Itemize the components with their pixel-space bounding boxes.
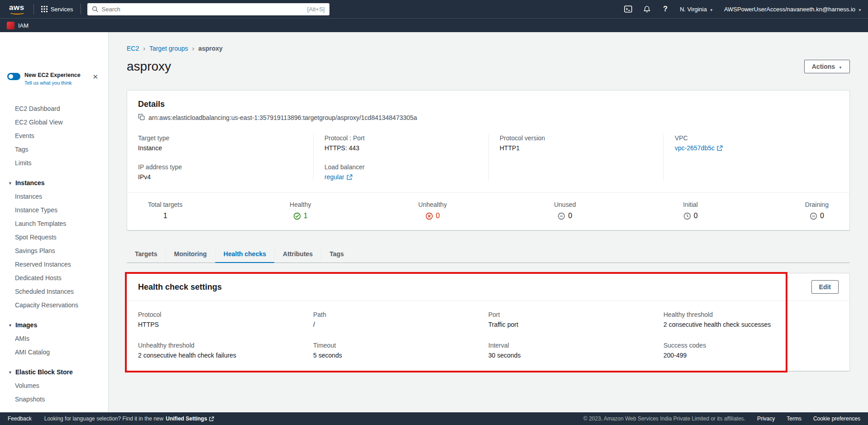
- new-experience-title: New EC2 Experience: [24, 72, 81, 78]
- terms-link[interactable]: Terms: [787, 415, 801, 422]
- tab[interactable]: Health checks: [215, 246, 274, 263]
- sidebar-item-label: Tags: [15, 146, 29, 153]
- stat-label: Total targets: [148, 201, 182, 208]
- tab[interactable]: Tags: [321, 246, 352, 263]
- new-experience-toggle[interactable]: [7, 73, 20, 80]
- sidebar-item[interactable]: Savings Plans: [0, 244, 108, 258]
- sidebar-item[interactable]: Capacity Reservations: [0, 298, 108, 312]
- sidebar-item[interactable]: AMI Catalog: [0, 345, 108, 359]
- cloudshell-icon[interactable]: [624, 5, 632, 13]
- sidebar-item[interactable]: Instances: [0, 176, 108, 190]
- status-icon: [810, 212, 817, 220]
- sidebar-item[interactable]: Dedicated Hosts: [0, 271, 108, 285]
- breadcrumb: EC2 › Target groups › asproxy: [127, 45, 850, 52]
- status-stat: Unused 0: [554, 201, 576, 220]
- sidebar-item[interactable]: Reserved Instances: [0, 258, 108, 271]
- sidebar-item[interactable]: Scheduled Instances: [0, 285, 108, 298]
- sidebar: New EC2 Experience Tell us what you thin…: [0, 32, 109, 412]
- sidebar-item[interactable]: Images: [0, 318, 108, 332]
- services-menu-button[interactable]: Services: [38, 4, 76, 14]
- help-icon[interactable]: ?: [662, 5, 669, 13]
- close-icon[interactable]: [92, 73, 98, 81]
- sidebar-item-label: Instance Types: [15, 206, 57, 214]
- load-balancer-field: Load balancer regular: [324, 163, 488, 181]
- global-search-box[interactable]: [Alt+S]: [87, 3, 329, 15]
- sidebar-item[interactable]: Spot Requests: [0, 230, 108, 244]
- actions-button[interactable]: Actions: [804, 60, 850, 73]
- sidebar-item[interactable]: Tags: [0, 143, 108, 156]
- stat-value: 0: [694, 212, 698, 220]
- stat-label: Unhealthy: [418, 201, 447, 208]
- nav-divider: [33, 4, 34, 14]
- sidebar-item-label: Launch Templates: [15, 220, 66, 227]
- unified-settings-link[interactable]: Unified Settings: [166, 415, 214, 422]
- sidebar-item-label: AMI Catalog: [15, 349, 50, 356]
- sidebar-item-label: Limits: [15, 159, 32, 167]
- sidebar-item[interactable]: AMIs: [0, 332, 108, 345]
- tell-us-link[interactable]: Tell us what you think: [24, 80, 81, 86]
- tab-label: Targets: [135, 250, 157, 258]
- breadcrumb-separator: ›: [192, 45, 195, 52]
- section-caret-icon: [8, 370, 12, 375]
- sidebar-item[interactable]: Elastic Block Store: [0, 365, 108, 379]
- tab-bar: Targets Monitoring Health checks Attribu…: [127, 246, 850, 263]
- sidebar-item-label: Volumes: [15, 382, 39, 389]
- console-footer: Feedback Looking for language selection?…: [0, 412, 868, 425]
- status-icon: [683, 212, 691, 220]
- health-check-field: Success codes 200-499: [663, 342, 839, 359]
- tab-label: Attributes: [283, 250, 313, 258]
- search-shortcut-hint: [Alt+S]: [307, 6, 325, 13]
- health-check-field: Healthy threshold 2 consecutive health c…: [663, 311, 839, 328]
- sidebar-item[interactable]: EC2 Dashboard: [0, 102, 108, 115]
- field-label: Healthy threshold: [663, 311, 839, 318]
- target-group-arn: arn:aws:elasticloadbalancing:us-east-1:3…: [148, 114, 417, 121]
- breadcrumb-separator: ›: [143, 45, 145, 52]
- search-input[interactable]: [102, 6, 304, 13]
- sidebar-item-label: Capacity Reservations: [15, 301, 78, 309]
- privacy-link[interactable]: Privacy: [757, 415, 775, 422]
- region-selector[interactable]: N. Virginia: [680, 6, 713, 13]
- stat-value: 1: [304, 212, 308, 220]
- copy-icon[interactable]: [138, 114, 145, 122]
- recent-service-link[interactable]: IAM: [18, 22, 29, 29]
- tab[interactable]: Monitoring: [166, 246, 215, 263]
- aws-logo[interactable]: aws: [6, 2, 29, 16]
- sidebar-item[interactable]: Events: [0, 129, 108, 143]
- iam-service-icon: [7, 22, 14, 29]
- sidebar-item[interactable]: Volumes: [0, 379, 108, 392]
- load-balancer-link[interactable]: regular: [324, 173, 344, 181]
- stat-value: 0: [820, 212, 824, 220]
- account-label: AWSPowerUserAccess/navaneeth.kn@harness.…: [724, 6, 855, 13]
- chevron-down-icon: [710, 6, 713, 13]
- cookie-preferences-link[interactable]: Cookie preferences: [813, 415, 860, 422]
- nav-divider: [81, 4, 81, 14]
- recent-service-bar: IAM: [0, 18, 868, 32]
- breadcrumb-ec2[interactable]: EC2: [127, 45, 139, 52]
- sidebar-item[interactable]: Snapshots: [0, 392, 108, 406]
- status-stat: Total targets 1: [148, 201, 182, 220]
- ip-address-type-field: IP address type IPv4: [138, 163, 313, 181]
- sidebar-item[interactable]: Instance Types: [0, 203, 108, 217]
- target-status-summary: Total targets 1: [127, 192, 849, 230]
- sidebar-item[interactable]: Instances: [0, 190, 108, 203]
- stat-value: 0: [436, 212, 440, 220]
- tab[interactable]: Attributes: [274, 246, 321, 263]
- sidebar-item-label: Images: [15, 321, 37, 329]
- sidebar-item-label: Instances: [15, 179, 45, 186]
- sidebar-item[interactable]: Launch Templates: [0, 217, 108, 230]
- field-label: Port: [488, 311, 663, 318]
- chevron-down-icon: [839, 63, 842, 70]
- account-menu[interactable]: AWSPowerUserAccess/navaneeth.kn@harness.…: [724, 6, 862, 13]
- field-value: HTTPS: [138, 321, 313, 328]
- field-value: 5 seconds: [313, 352, 488, 359]
- edit-button[interactable]: Edit: [811, 280, 839, 294]
- feedback-link[interactable]: Feedback: [8, 415, 32, 422]
- tab[interactable]: Targets: [127, 246, 166, 263]
- sidebar-item[interactable]: EC2 Global View: [0, 115, 108, 129]
- notifications-bell-icon[interactable]: [643, 5, 651, 13]
- health-check-settings-title: Health check settings: [138, 282, 222, 292]
- sidebar-menu: EC2 Dashboard EC2 Global View Events Tag…: [0, 102, 108, 406]
- breadcrumb-target-groups[interactable]: Target groups: [149, 45, 188, 52]
- vpc-link[interactable]: vpc-2657db5c: [675, 144, 715, 152]
- sidebar-item[interactable]: Limits: [0, 156, 108, 170]
